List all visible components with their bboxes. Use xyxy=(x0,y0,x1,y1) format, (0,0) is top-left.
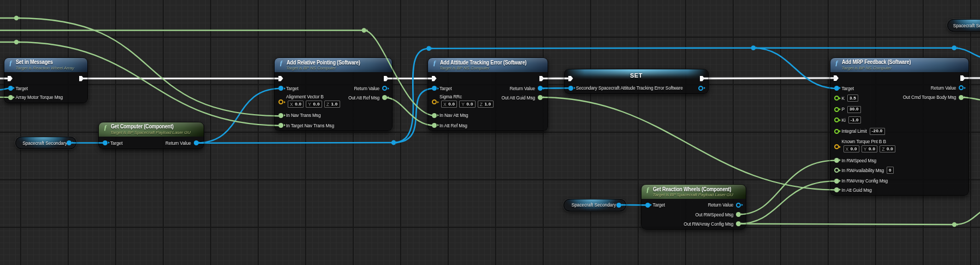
value-box[interactable]: -20.0 xyxy=(870,128,885,135)
wire-msg-out-rwspeed-to-in-rwspeed[interactable] xyxy=(739,161,836,215)
node-set-in-messages[interactable]: ƒSet in MessagesTarget is Reaction Wheel… xyxy=(4,58,88,103)
reroute-node[interactable] xyxy=(751,45,756,50)
pin-struct[interactable] xyxy=(834,144,839,149)
box-value[interactable]: -1.0 xyxy=(851,117,859,123)
box-value[interactable]: 3.5 xyxy=(850,95,856,102)
node-get-reaction-wheels[interactable]: ƒGet Reaction Wheels (Component)Target i… xyxy=(642,185,746,229)
wire-msg-out-rwarray-horizontal[interactable] xyxy=(739,224,954,225)
pin-connected-message[interactable] xyxy=(382,95,387,100)
axis-value[interactable]: 0.0 xyxy=(869,146,875,152)
exec-pin[interactable] xyxy=(8,76,13,81)
pin-connected-message[interactable] xyxy=(8,95,13,100)
pin-connected-message[interactable] xyxy=(278,113,283,118)
value-box[interactable]: -1.0 xyxy=(848,116,861,123)
pin-connected-object[interactable] xyxy=(645,203,650,208)
wire-obj-horizontal-a[interactable] xyxy=(429,48,753,49)
reroute-node[interactable] xyxy=(14,40,19,44)
value-box[interactable]: 30.0 xyxy=(847,106,861,113)
box-value[interactable]: -20.0 xyxy=(872,128,883,134)
pin-connected-object[interactable] xyxy=(568,86,573,91)
pin-connected-object[interactable] xyxy=(67,140,72,145)
wire-msg-dot4-to-right-edge[interactable] xyxy=(954,205,980,225)
wire-msg-out-rwarray-to-in-rwarray[interactable] xyxy=(739,181,836,223)
value-box[interactable]: X0.0 xyxy=(844,145,859,152)
pin-object[interactable] xyxy=(698,86,703,91)
axis-value[interactable]: 0.0 xyxy=(313,101,320,108)
pin-connected-message[interactable] xyxy=(959,95,964,100)
reroute-node[interactable] xyxy=(362,28,366,32)
reroute-node[interactable] xyxy=(14,16,19,20)
wire-exec-set-to-add-mrp-feedback[interactable] xyxy=(702,78,836,79)
pin-connected-object[interactable] xyxy=(278,86,283,91)
value-box[interactable]: Z0.0 xyxy=(880,145,895,152)
pin-object[interactable] xyxy=(382,86,387,91)
pin-connected-message[interactable] xyxy=(834,158,839,163)
axis-value[interactable]: 1.0 xyxy=(484,101,491,108)
axis-value[interactable]: 0.0 xyxy=(851,146,857,152)
exec-pin[interactable] xyxy=(79,76,84,81)
pin-connected-object[interactable] xyxy=(538,86,543,91)
pin-float[interactable] xyxy=(834,107,839,112)
value-box[interactable]: Y0.0 xyxy=(862,145,877,152)
pin-object[interactable] xyxy=(736,203,741,208)
wire-obj-get-computer-horizontal[interactable] xyxy=(196,143,394,143)
axis-value[interactable]: 0.0 xyxy=(467,101,473,108)
pin-float[interactable] xyxy=(834,96,839,101)
pin-struct[interactable] xyxy=(432,99,437,104)
value-box[interactable]: Z1.0 xyxy=(324,101,340,108)
blueprint-graph-canvas[interactable]: ƒSet in MessagesTarget is Reaction Wheel… xyxy=(0,0,980,265)
value-box[interactable]: Y0.0 xyxy=(306,101,322,108)
pin-connected-object[interactable] xyxy=(432,86,437,91)
node-add-relative-pointing[interactable]: ƒAdd Relative Pointing (Software)Target … xyxy=(275,58,392,131)
variable-node-spacecraft-secondary-3[interactable]: Spacecraft Secondary xyxy=(948,20,980,31)
value-box[interactable]: 0 xyxy=(887,167,894,174)
box-value[interactable]: 0 xyxy=(889,167,892,174)
pin-connected-message[interactable] xyxy=(834,179,839,184)
pin-connected-object[interactable] xyxy=(103,140,108,145)
value-box[interactable]: X0.0 xyxy=(288,101,304,108)
node-get-computer[interactable]: ƒGet Computer (Component)Target is BP Sp… xyxy=(99,122,204,149)
pin-connected-message[interactable] xyxy=(432,113,437,118)
variable-node-spacecraft-secondary-1[interactable]: Spacecraft Secondary xyxy=(16,137,76,149)
pin-connected-message[interactable] xyxy=(736,221,741,226)
reroute-node[interactable] xyxy=(952,222,957,227)
exec-pin[interactable] xyxy=(960,75,965,81)
reroute-node[interactable] xyxy=(426,46,431,51)
pin-connected-object[interactable] xyxy=(194,140,199,145)
wire-obj-dot-to-mrp-target[interactable] xyxy=(753,48,836,89)
pin-float[interactable] xyxy=(834,129,839,134)
exec-pin[interactable] xyxy=(384,76,389,81)
value-box[interactable]: X0.0 xyxy=(441,101,457,108)
axis-value[interactable]: 0.0 xyxy=(295,101,301,108)
pin-connected-message[interactable] xyxy=(538,95,543,100)
pin-connected-message[interactable] xyxy=(278,123,283,128)
value-box[interactable]: Z1.0 xyxy=(478,101,494,108)
pin-connected-message[interactable] xyxy=(432,123,437,128)
exec-pin[interactable] xyxy=(432,76,437,81)
node-set-variable[interactable]: SETSecondary Spacecraft Attitude Trackin… xyxy=(565,69,708,93)
exec-pin[interactable] xyxy=(539,76,544,81)
value-box[interactable]: Y0.0 xyxy=(459,101,475,108)
pin-connected-object[interactable] xyxy=(8,86,13,91)
wire-obj-get-computer-to-arp-target[interactable] xyxy=(196,89,281,143)
box-value[interactable]: 30.0 xyxy=(850,106,859,113)
pin-connected-object[interactable] xyxy=(834,86,839,91)
exec-pin[interactable] xyxy=(278,76,283,81)
pin-connected-object[interactable] xyxy=(616,203,621,208)
node-add-attitude-tracking-error[interactable]: ƒAdd Attitude Tracking Error (Software)T… xyxy=(428,58,548,131)
pin-object[interactable] xyxy=(959,85,964,90)
pin-float[interactable] xyxy=(834,117,839,122)
axis-value[interactable]: 0.0 xyxy=(448,101,455,108)
node-add-mrp-feedback[interactable]: ƒAdd MRP Feedback (Software)Target is BP… xyxy=(830,58,969,195)
axis-value[interactable]: 1.0 xyxy=(331,101,337,108)
exec-pin[interactable] xyxy=(834,75,839,81)
reroute-node[interactable] xyxy=(952,45,957,50)
reroute-node[interactable] xyxy=(391,140,396,145)
variable-node-spacecraft-secondary-2[interactable]: Spacecraft Secondary xyxy=(564,199,626,211)
value-box[interactable]: 3.5 xyxy=(847,95,858,102)
pin-connected-message[interactable] xyxy=(834,187,839,192)
pin-connected-message[interactable] xyxy=(736,212,741,217)
wire-msg-out-att-guid-to-in-att-guid[interactable] xyxy=(541,97,836,190)
pin-message[interactable] xyxy=(834,168,839,173)
axis-value[interactable]: 0.0 xyxy=(887,146,893,152)
